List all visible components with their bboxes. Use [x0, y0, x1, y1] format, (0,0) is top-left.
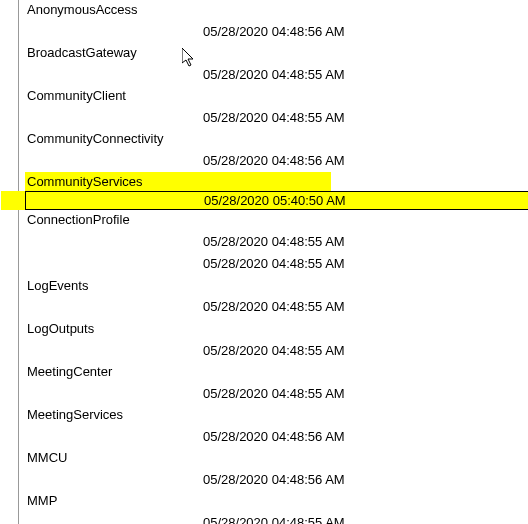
list-item-label[interactable]: AnonymousAccess: [25, 0, 528, 21]
list-item-label[interactable]: MMCU: [25, 448, 528, 469]
list-item-label[interactable]: CommunityClient: [25, 86, 528, 107]
list-item-label-highlighted[interactable]: CommunityServices: [25, 172, 331, 191]
list-item-label[interactable]: LogEvents: [25, 276, 528, 297]
list-item-date: 05/28/2020 04:48:55 AM: [25, 340, 528, 362]
list-item-label[interactable]: MMP: [25, 491, 528, 512]
list-item-label[interactable]: ConnectionProfile: [25, 210, 528, 231]
list-item-label[interactable]: CommunityConnectivity: [25, 129, 528, 150]
list-item-label[interactable]: BroadcastGateway: [25, 43, 528, 64]
list-item-date: 05/28/2020 04:48:55 AM: [25, 107, 528, 129]
list-item-date: 05/28/2020 04:48:55 AM: [25, 512, 528, 524]
list-item-date: 05/28/2020 04:48:56 AM: [25, 469, 528, 491]
list-item-date: 05/28/2020 04:48:56 AM: [25, 21, 528, 43]
list-item-date: 05/28/2020 04:48:55 AM: [25, 253, 528, 275]
list-item-highlighted-row[interactable]: 05/28/2020 05:40:50 AM: [1, 191, 528, 210]
list-item-date: 05/28/2020 04:48:56 AM: [25, 150, 528, 172]
list-item-label[interactable]: MeetingCenter: [25, 362, 528, 383]
list-item-date: 05/28/2020 04:48:55 AM: [25, 296, 528, 318]
list-item-label[interactable]: LogOutputs: [25, 319, 528, 340]
list-item-date-selected: 05/28/2020 05:40:50 AM: [25, 191, 528, 210]
list-item-date: 05/28/2020 04:48:55 AM: [25, 64, 528, 86]
list-item-label[interactable]: MeetingServices: [25, 405, 528, 426]
file-list: AnonymousAccess 05/28/2020 04:48:56 AM B…: [18, 0, 528, 524]
list-item-date: 05/28/2020 04:48:56 AM: [25, 426, 528, 448]
list-item-date: 05/28/2020 04:48:55 AM: [25, 231, 528, 253]
list-item-date: 05/28/2020 04:48:55 AM: [25, 383, 528, 405]
